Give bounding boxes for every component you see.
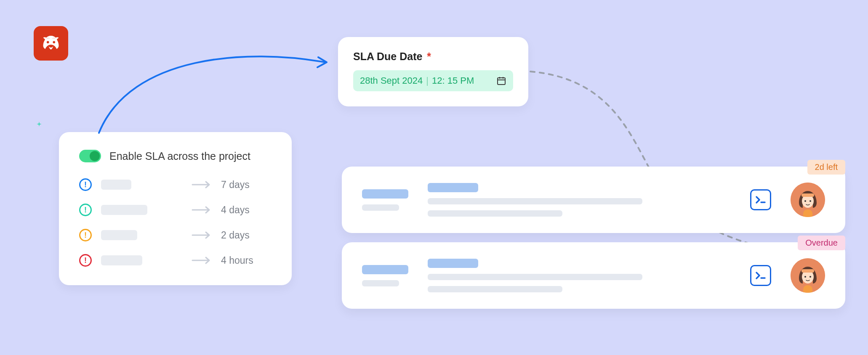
calendar-icon (496, 76, 506, 86)
enable-sla-toggle[interactable] (79, 150, 101, 162)
sla-row: 4 days (79, 204, 272, 216)
svg-point-11 (804, 276, 806, 278)
placeholder-bar (428, 210, 562, 217)
task-card[interactable]: 2d left (342, 167, 845, 233)
arrow-right-icon (192, 256, 212, 265)
priority-label-placeholder (101, 255, 142, 265)
placeholder-bar (428, 183, 478, 192)
placeholder-bar (362, 189, 408, 199)
priority-label-placeholder (101, 205, 147, 215)
mask-face-icon (39, 32, 63, 55)
priority-low-icon (79, 204, 92, 216)
sla-duration: 4 days (221, 204, 272, 216)
svg-point-0 (47, 41, 49, 43)
sparkle-icon (36, 121, 42, 127)
arrow-right-icon (192, 206, 212, 214)
svg-rect-10 (801, 269, 814, 273)
arrow-right-icon (192, 180, 212, 189)
placeholder-bar (362, 204, 399, 211)
placeholder-bar (428, 259, 478, 268)
priority-high-icon (79, 254, 92, 267)
sla-due-time-value: 12: 15 PM (432, 75, 474, 86)
sla-settings-card: Enable SLA across the project 7 days 4 d… (59, 132, 292, 285)
sla-duration: 7 days (221, 179, 272, 191)
priority-label-placeholder (101, 180, 131, 190)
sla-due-date-card: SLA Due Date * 28th Sept 2024 | 12: 15 P… (338, 37, 528, 106)
sla-row: 7 days (79, 178, 272, 191)
placeholder-bar (428, 274, 642, 280)
enable-sla-label: Enable SLA across the project (109, 150, 250, 162)
svg-rect-5 (801, 193, 814, 197)
required-asterisk: * (427, 50, 431, 62)
sla-due-date-label-text: SLA Due Date (353, 50, 422, 62)
brand-logo (34, 26, 68, 61)
priority-info-icon (79, 178, 92, 191)
arrow-right-icon (192, 231, 212, 239)
svg-point-6 (804, 200, 806, 202)
priority-label-placeholder (101, 230, 137, 240)
arrow-head-icon (317, 57, 327, 67)
svg-point-12 (809, 276, 811, 278)
placeholder-bar (428, 198, 642, 204)
task-content-block (428, 183, 731, 217)
sla-status-badge: 2d left (807, 160, 845, 175)
assignee-avatar (791, 258, 825, 293)
terminal-icon (750, 189, 771, 210)
svg-point-7 (809, 200, 811, 202)
sla-due-date-field[interactable]: 28th Sept 2024 | 12: 15 PM (353, 70, 513, 91)
placeholder-bar (362, 280, 399, 286)
sla-status-badge: Overdue (798, 236, 845, 250)
terminal-icon (750, 265, 771, 286)
task-id-block (362, 189, 408, 211)
task-card[interactable]: Overdue (342, 242, 845, 309)
placeholder-bar (428, 286, 562, 292)
arrow-settings-to-due (99, 56, 325, 133)
separator: | (426, 75, 429, 86)
sla-duration: 4 hours (221, 255, 272, 266)
placeholder-bar (362, 265, 408, 274)
priority-medium-icon (79, 229, 92, 241)
assignee-avatar (791, 183, 825, 217)
sla-duration: 2 days (221, 230, 272, 241)
sla-row: 2 days (79, 229, 272, 241)
sla-settings-header: Enable SLA across the project (79, 150, 272, 162)
svg-point-1 (53, 41, 55, 43)
sla-due-date-value: 28th Sept 2024 (360, 75, 423, 86)
task-id-block (362, 265, 408, 286)
sla-due-date-label: SLA Due Date * (353, 50, 513, 63)
sla-row: 4 hours (79, 254, 272, 267)
task-content-block (428, 259, 731, 292)
svg-rect-2 (498, 78, 505, 85)
